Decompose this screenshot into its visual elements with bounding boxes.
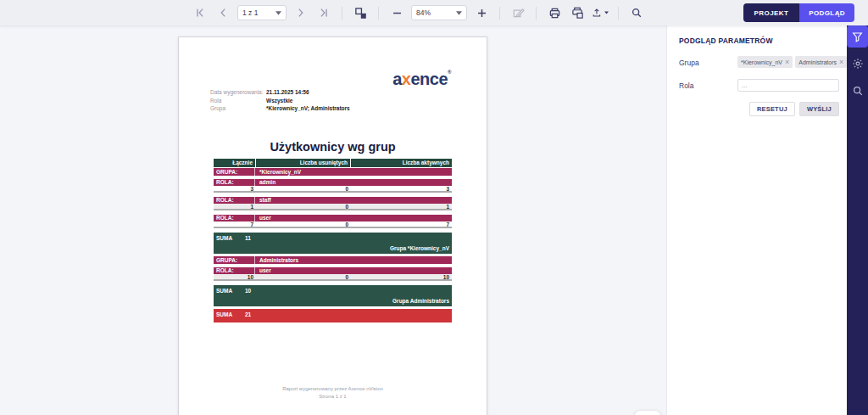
- table-cell: 7: [214, 222, 256, 227]
- table-row-suma: SUMA11Grupa *Kierownicy_nV: [214, 233, 452, 254]
- thumbnails-button[interactable]: [352, 4, 369, 21]
- first-page-icon: [194, 7, 206, 19]
- meta-row: Rola Wszystkie: [210, 97, 350, 105]
- page-select[interactable]: 1 z 1: [237, 5, 287, 20]
- rola-input[interactable]: ...: [737, 79, 839, 92]
- row-label: ROLA:: [214, 215, 255, 222]
- grupa-label: Grupa: [679, 56, 699, 67]
- rail-item-search[interactable]: [847, 80, 868, 102]
- grupa-field-row: Grupa *Kierownicy_nV × Administrators ×: [679, 56, 839, 68]
- toolbar-separator: [618, 7, 619, 20]
- grupa-chip-list: *Kierownicy_nV × Administrators ×: [737, 56, 839, 68]
- table-cell: 0: [256, 222, 351, 227]
- next-page-icon: [295, 7, 307, 19]
- zoom-in-button[interactable]: [473, 4, 490, 21]
- last-page-icon: [318, 7, 330, 19]
- search-icon: [852, 85, 864, 97]
- chevron-down-icon: [456, 11, 462, 15]
- rail-item-filters[interactable]: [847, 25, 868, 48]
- axence-logo: axence®: [392, 70, 451, 89]
- table-cell: 10: [351, 274, 452, 279]
- print-icon: [548, 7, 561, 20]
- row-label: SUMA: [216, 311, 232, 317]
- chip-label: *Kierownicy_nV: [741, 59, 782, 65]
- grupa-chip[interactable]: *Kierownicy_nV ×: [737, 56, 793, 68]
- right-rail: [847, 25, 868, 415]
- export-icon: [592, 7, 602, 19]
- table-header-row: Łącznie Liczba usuniętych Liczba aktywny…: [214, 159, 452, 167]
- row-note: Grupa Administrators: [392, 298, 449, 304]
- row-label: ROLA:: [214, 267, 255, 274]
- toolbar-separator: [536, 7, 537, 20]
- row-value: user: [259, 267, 271, 274]
- close-icon[interactable]: ×: [839, 59, 843, 66]
- meta-label: Data wygenerowania:: [210, 88, 266, 97]
- wyslij-button[interactable]: WYŚLIJ: [799, 102, 839, 116]
- zoom-in-icon: [476, 8, 487, 19]
- toolbar-center: 1 z 1 84%: [192, 4, 645, 21]
- notifications-button[interactable]: [635, 411, 660, 415]
- logo-x: x: [402, 70, 411, 88]
- table-row-data: 707: [214, 222, 452, 228]
- chevron-down-icon: [604, 11, 609, 14]
- meta-label: Grupa: [210, 104, 266, 113]
- close-icon[interactable]: ×: [785, 59, 789, 66]
- chip-label: Administrators: [798, 59, 837, 65]
- report-table: Łącznie Liczba usuniętych Liczba aktywny…: [214, 159, 452, 322]
- table-cell: 3: [214, 186, 256, 191]
- toolbar-separator: [499, 7, 500, 20]
- meta-row: Data wygenerowania: 21.11.2025 14:56: [210, 88, 350, 97]
- first-page-button[interactable]: [192, 4, 209, 21]
- row-value: user: [259, 215, 271, 222]
- table-cell: 7: [351, 222, 452, 227]
- zoom-select[interactable]: 84%: [411, 5, 467, 20]
- print-copies-icon: [571, 7, 584, 20]
- table-row-data: 10010: [214, 274, 452, 281]
- table-cell: 3: [351, 186, 452, 191]
- row-value: 11: [245, 235, 251, 241]
- edit-icon: [512, 7, 525, 20]
- thumbnails-icon: [354, 7, 367, 20]
- gear-icon: [852, 58, 864, 70]
- filter-icon: [852, 31, 863, 42]
- column-header: Liczba aktywnych: [351, 159, 452, 167]
- row-value: admin: [259, 179, 275, 186]
- rola-field-row: Rola ...: [679, 79, 839, 92]
- rail-item-settings[interactable]: [847, 53, 868, 75]
- grupa-chip[interactable]: Administrators ×: [795, 56, 847, 68]
- export-button[interactable]: [592, 4, 609, 21]
- report-viewer-app: 1 z 1 84%: [0, 0, 868, 415]
- table-row-suma: SUMA10Grupa Administrators: [214, 285, 452, 306]
- table-cell: 1: [351, 204, 452, 209]
- report-title: Użytkownicy wg grup: [179, 140, 487, 154]
- toolbar-separator: [378, 7, 379, 20]
- edit-report-button[interactable]: [509, 4, 526, 21]
- panel-buttons: RESETUJ WYŚLIJ: [667, 102, 839, 116]
- row-value: Administrators: [259, 256, 298, 264]
- row-value: 10: [245, 288, 251, 294]
- table-cell: 1: [214, 204, 256, 209]
- table-row-role: ROLA:admin: [214, 179, 452, 186]
- next-page-button[interactable]: [292, 4, 309, 21]
- podglad-tab-button[interactable]: PODGLĄD: [799, 3, 854, 22]
- table-cell: 0: [256, 186, 351, 191]
- preview-canvas[interactable]: axence® Data wygenerowania: 21.11.2025 1…: [0, 25, 666, 415]
- prev-page-button[interactable]: [214, 4, 231, 21]
- table-cell: 0: [256, 274, 351, 279]
- chevron-down-icon: [275, 11, 281, 15]
- last-page-button[interactable]: [315, 4, 332, 21]
- row-label: GRUPA:: [214, 168, 255, 176]
- row-value: *Kierownicy_nV: [259, 168, 301, 176]
- table-cell: 0: [256, 204, 351, 209]
- print-copies-button[interactable]: [569, 4, 586, 21]
- prev-page-icon: [217, 7, 229, 19]
- resetuj-button[interactable]: RESETUJ: [749, 102, 795, 116]
- row-label: ROLA:: [214, 179, 255, 186]
- meta-value: 21.11.2025 14:56: [266, 88, 309, 97]
- print-button[interactable]: [546, 4, 563, 21]
- zoom-out-button[interactable]: [388, 4, 405, 21]
- table-row-group: GRUPA:*Kierownicy_nV: [214, 168, 452, 176]
- projekt-tab-button[interactable]: PROJEKT: [743, 3, 800, 22]
- page-select-value: 1 z 1: [242, 8, 258, 17]
- search-button[interactable]: [628, 4, 645, 21]
